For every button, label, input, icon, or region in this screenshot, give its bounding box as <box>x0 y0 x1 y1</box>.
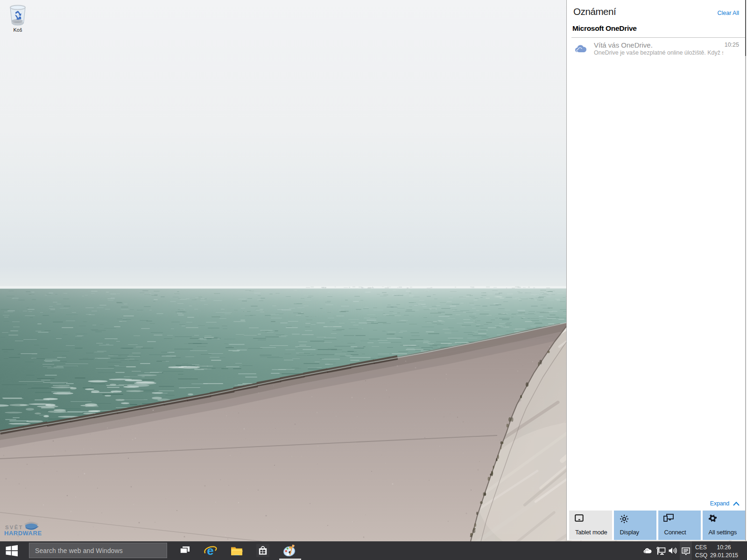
svg-text:HARDWARE: HARDWARE <box>4 530 42 537</box>
